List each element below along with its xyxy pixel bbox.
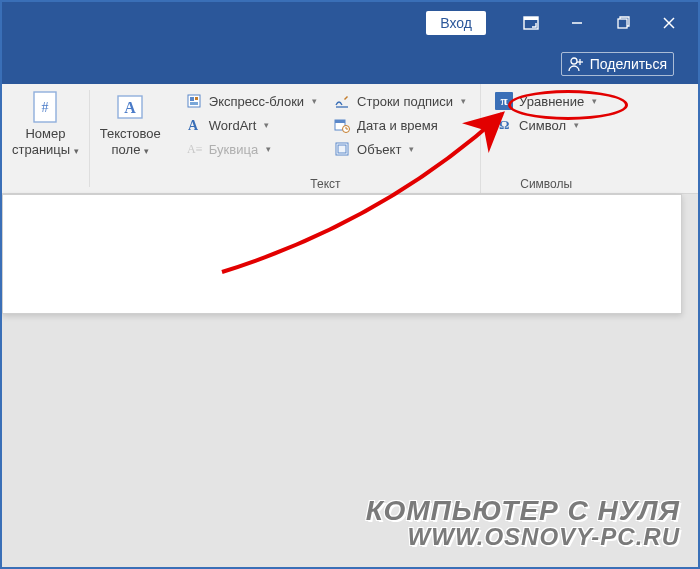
text-stack-1: Экспресс-блоки▾ A WordArt▾ A≡ Буквица▾ (177, 88, 325, 162)
equation-button[interactable]: π Уравнение▾ (491, 90, 601, 112)
symbol-button[interactable]: Ω Символ▾ (491, 114, 601, 136)
svg-rect-14 (190, 97, 194, 101)
page-number-label-2: страницы ▾ (12, 142, 79, 158)
close-icon (662, 16, 676, 30)
dropcap-icon: A≡ (185, 140, 203, 158)
date-time-label: Дата и время (357, 118, 438, 133)
textbox-button[interactable]: A Текстовое поле ▾ (96, 88, 165, 159)
close-button[interactable] (646, 7, 692, 39)
svg-text:A: A (188, 118, 199, 133)
watermark-line1: КОМПЬЮТЕР С НУЛЯ (366, 497, 680, 525)
date-time-button[interactable]: Дата и время (329, 114, 470, 136)
ribbon: # Номер страницы ▾ A Текстовое поле ▾ (2, 84, 698, 194)
text-stack-2: Строки подписи▾ Дата и время Объект▾ (325, 88, 474, 162)
page-number-icon: # (28, 90, 62, 124)
wordart-label: WordArt (209, 118, 256, 133)
textbox-label-2: поле ▾ (112, 142, 149, 158)
symbols-group-label: Символы (487, 175, 605, 191)
svg-rect-1 (524, 17, 538, 20)
svg-point-6 (571, 58, 577, 64)
svg-rect-16 (190, 102, 198, 105)
svg-rect-21 (335, 120, 345, 123)
dropcap-label: Буквица (209, 142, 258, 157)
dropcap-button: A≡ Буквица▾ (181, 138, 321, 160)
quick-parts-label: Экспресс-блоки (209, 94, 304, 109)
wordart-button[interactable]: A WordArt▾ (181, 114, 321, 136)
text-group-label: Текст (177, 175, 474, 191)
document-page[interactable] (2, 194, 682, 314)
svg-rect-3 (618, 19, 627, 28)
group-text: Экспресс-блоки▾ A WordArt▾ A≡ Буквица▾ С… (171, 84, 481, 193)
object-button[interactable]: Объект▾ (329, 138, 470, 160)
symbols-stack: π Уравнение▾ Ω Символ▾ (487, 88, 605, 160)
svg-text:A: A (125, 99, 137, 116)
svg-rect-26 (338, 145, 346, 153)
signature-line-button[interactable]: Строки подписи▾ (329, 90, 470, 112)
object-icon (333, 140, 351, 158)
signin-button[interactable]: Вход (426, 11, 486, 35)
restore-icon (616, 16, 630, 30)
wordart-icon: A (185, 116, 203, 134)
group-label-empty2 (96, 175, 165, 191)
share-bar: Поделиться (2, 44, 698, 84)
symbol-icon: Ω (495, 116, 513, 134)
equation-icon: π (495, 92, 513, 110)
symbol-label: Символ (519, 118, 566, 133)
ribbon-display-icon (523, 16, 539, 30)
svg-text:A≡: A≡ (187, 142, 202, 156)
signature-line-icon (333, 92, 351, 110)
quick-parts-button[interactable]: Экспресс-блоки▾ (181, 90, 321, 112)
share-person-icon (568, 56, 584, 72)
page-number-label-1: Номер (25, 126, 65, 142)
textbox-label-1: Текстовое (100, 126, 161, 142)
minimize-button[interactable] (554, 7, 600, 39)
minimize-icon (570, 16, 584, 30)
page-number-button[interactable]: # Номер страницы ▾ (8, 88, 83, 159)
textbox-icon: A (113, 90, 147, 124)
quick-parts-icon (185, 92, 203, 110)
share-label: Поделиться (590, 56, 667, 72)
title-bar: Вход (2, 2, 698, 44)
equation-label: Уравнение (519, 94, 584, 109)
restore-button[interactable] (600, 7, 646, 39)
signature-line-label: Строки подписи (357, 94, 453, 109)
svg-text:#: # (42, 100, 49, 115)
group-page-number: # Номер страницы ▾ (2, 84, 89, 193)
svg-rect-15 (195, 97, 198, 100)
ribbon-options-button[interactable] (508, 7, 554, 39)
group-label-empty1 (8, 175, 83, 191)
date-time-icon (333, 116, 351, 134)
watermark-line2: WWW.OSNOVY-PC.RU (366, 525, 680, 549)
watermark: КОМПЬЮТЕР С НУЛЯ WWW.OSNOVY-PC.RU (366, 497, 680, 549)
group-textbox: A Текстовое поле ▾ (90, 84, 171, 193)
group-symbols: π Уравнение▾ Ω Символ▾ Символы (481, 84, 611, 193)
share-button[interactable]: Поделиться (561, 52, 674, 76)
object-label: Объект (357, 142, 401, 157)
